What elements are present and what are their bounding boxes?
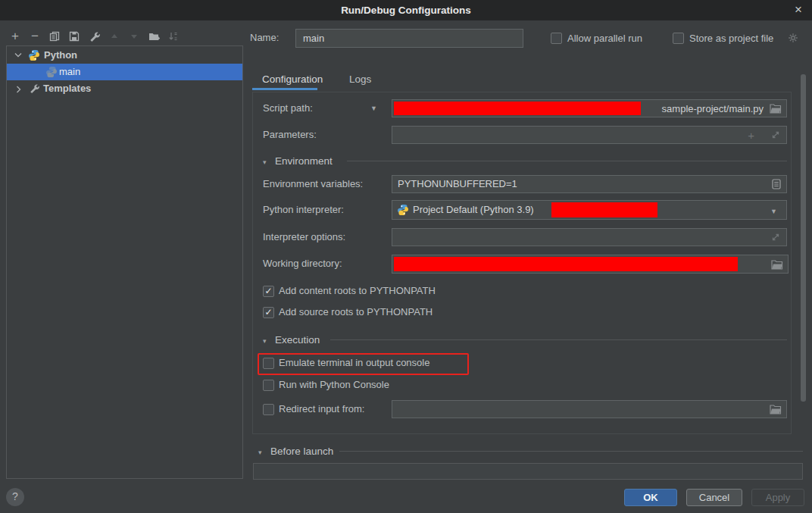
- tree-item-label: Templates: [43, 80, 91, 97]
- redaction: [551, 202, 657, 217]
- close-icon[interactable]: ×: [791, 0, 806, 20]
- vertical-scrollbar-thumb[interactable]: [801, 74, 806, 402]
- environment-variables-label: Environment variables:: [263, 175, 363, 193]
- insert-macro-icon[interactable]: +: [748, 129, 754, 142]
- tree-item-label: main: [59, 64, 80, 80]
- tab-configuration[interactable]: Configuration: [262, 74, 323, 85]
- redirect-input-field[interactable]: [392, 400, 787, 418]
- remove-configuration-button[interactable]: −: [27, 29, 42, 44]
- arrow-down-icon: [130, 32, 139, 41]
- python-icon: [45, 66, 58, 78]
- redaction: [394, 102, 641, 115]
- tree-item-python[interactable]: Python: [7, 47, 242, 64]
- save-icon: [69, 31, 80, 42]
- redaction: [394, 257, 738, 271]
- add-source-roots-checkbox[interactable]: ✓: [263, 307, 274, 318]
- allow-parallel-run-checkbox[interactable]: [551, 33, 562, 44]
- before-launch-section-title[interactable]: Before launch: [270, 446, 333, 458]
- expand-field-icon[interactable]: [771, 233, 780, 242]
- chevron-down-icon: [14, 52, 22, 58]
- script-path-value: sample-project/main.py: [662, 100, 764, 118]
- add-source-roots-label: Add source roots to PYTHONPATH: [279, 306, 433, 318]
- tree-item-label: Python: [44, 47, 77, 64]
- environment-variables-field[interactable]: PYTHONUNBUFFERED=1: [392, 175, 787, 193]
- script-path-label: Script path:: [263, 99, 313, 117]
- parameters-field[interactable]: +: [392, 126, 787, 144]
- sort-az-icon: [168, 31, 179, 42]
- script-path-field[interactable]: sample-project/main.py: [392, 99, 787, 117]
- browse-variables-icon[interactable]: [772, 179, 781, 189]
- name-label: Name:: [250, 29, 279, 47]
- allow-parallel-run-label: Allow parallel run: [567, 33, 642, 45]
- tree-item-templates[interactable]: Templates: [7, 80, 242, 97]
- store-as-project-file-checkbox[interactable]: [673, 33, 684, 44]
- working-directory-field[interactable]: [392, 255, 789, 274]
- python-icon: [397, 204, 409, 216]
- tab-logs[interactable]: Logs: [349, 74, 371, 85]
- python-icon: [28, 49, 40, 61]
- move-down-button[interactable]: [126, 29, 142, 44]
- ok-button[interactable]: OK: [624, 489, 677, 506]
- chevron-right-icon: [16, 86, 22, 93]
- section-divider: [347, 161, 787, 161]
- section-divider: [330, 339, 787, 340]
- check-icon: ✓: [264, 286, 272, 296]
- store-as-project-file-label: Store as project file: [689, 33, 773, 45]
- execution-section-caret-icon[interactable]: ▾: [263, 336, 267, 346]
- save-configuration-button[interactable]: [67, 29, 82, 44]
- arrow-up-icon: [110, 32, 119, 41]
- sort-configurations-button[interactable]: [166, 29, 181, 44]
- parameters-label: Parameters:: [263, 126, 317, 144]
- add-content-roots-label: Add content roots to PYTHONPATH: [279, 285, 436, 297]
- name-input[interactable]: [295, 29, 523, 48]
- python-interpreter-label: Python interpreter:: [263, 201, 344, 219]
- plus-icon: +: [11, 30, 19, 43]
- gear-icon[interactable]: [788, 33, 798, 43]
- dialog-title: Run/Debug Configurations: [0, 0, 812, 20]
- wrench-icon: [29, 83, 39, 94]
- help-button[interactable]: ?: [6, 488, 24, 506]
- add-configuration-button[interactable]: +: [8, 29, 23, 44]
- section-divider: [339, 451, 803, 452]
- interpreter-options-field[interactable]: [392, 228, 787, 246]
- emulate-terminal-checkbox[interactable]: [263, 358, 274, 369]
- check-icon: ✓: [264, 307, 272, 317]
- interpreter-dropdown-icon[interactable]: ▼: [770, 207, 777, 216]
- minus-icon: −: [31, 30, 39, 43]
- folder-icon[interactable]: [771, 260, 783, 270]
- run-with-python-console-checkbox[interactable]: [263, 380, 274, 391]
- tree-item-main-selected[interactable]: main: [7, 64, 242, 80]
- new-folder-button[interactable]: [146, 29, 161, 44]
- interpreter-options-label: Interpreter options:: [263, 228, 345, 246]
- environment-section-caret-icon[interactable]: ▾: [263, 157, 267, 167]
- active-tab-underline: [252, 88, 317, 90]
- environment-section-title[interactable]: Environment: [275, 155, 333, 167]
- working-directory-label: Working directory:: [263, 255, 342, 273]
- folder-icon[interactable]: [770, 104, 782, 114]
- redirect-input-label: Redirect input from:: [279, 403, 364, 415]
- wrench-icon: [89, 31, 100, 42]
- move-up-button[interactable]: [107, 29, 122, 44]
- folder-icon[interactable]: [770, 405, 782, 414]
- copy-icon: [49, 31, 60, 42]
- configurations-tree: Python main Templates: [6, 45, 243, 479]
- edit-templates-button[interactable]: [86, 29, 102, 44]
- emulate-terminal-label: Emulate terminal in output console: [279, 357, 429, 369]
- environment-variables-value: PYTHONUNBUFFERED=1: [392, 176, 786, 192]
- add-content-roots-checkbox[interactable]: ✓: [263, 286, 274, 297]
- expand-field-icon[interactable]: [771, 130, 780, 139]
- title-bar: Run/Debug Configurations ×: [0, 0, 812, 20]
- folder-plus-icon: [148, 31, 160, 42]
- cancel-button[interactable]: Cancel: [686, 489, 742, 506]
- execution-section-title[interactable]: Execution: [275, 334, 320, 346]
- apply-button[interactable]: Apply: [751, 489, 804, 506]
- before-launch-task-list[interactable]: [253, 463, 803, 480]
- python-interpreter-combobox[interactable]: Project Default (Python 3.9) ▼: [392, 200, 787, 220]
- copy-configuration-button[interactable]: [47, 29, 62, 44]
- before-launch-caret-icon[interactable]: ▾: [258, 447, 262, 458]
- help-icon: ?: [12, 490, 18, 502]
- script-path-dropdown-icon[interactable]: ▼: [370, 104, 377, 113]
- run-with-python-console-label: Run with Python Console: [279, 379, 389, 391]
- redirect-input-checkbox[interactable]: [263, 404, 274, 415]
